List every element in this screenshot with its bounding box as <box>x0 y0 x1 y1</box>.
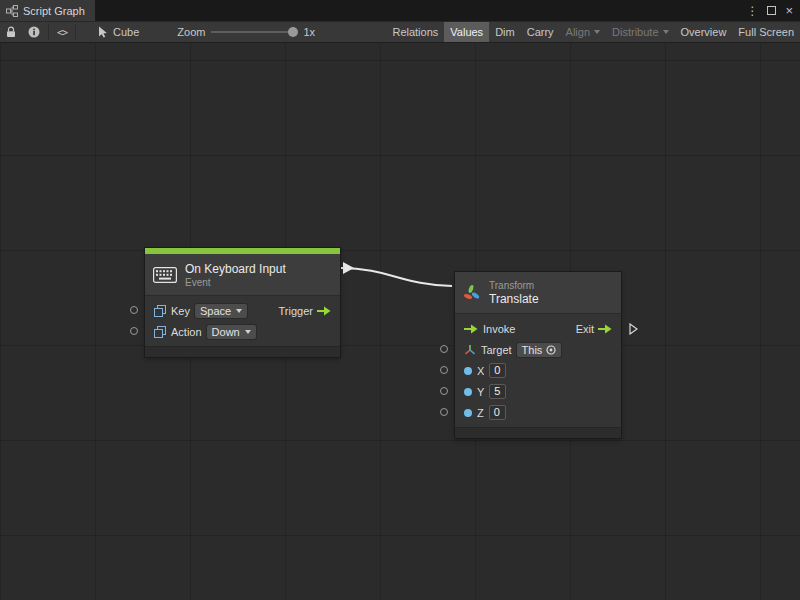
node-on-keyboard-input[interactable]: On Keyboard Input Event Key Space Trigge… <box>145 248 340 357</box>
graph-target[interactable]: Cube <box>92 22 145 42</box>
distribute-label: Distribute <box>612 26 658 38</box>
row-target: Target This <box>455 339 621 360</box>
dim-label: Dim <box>495 26 515 38</box>
relations-label: Relations <box>392 26 438 38</box>
row-invoke-exit: Invoke Exit <box>455 318 621 339</box>
action-dropdown[interactable]: Down <box>207 325 256 339</box>
y-value-field[interactable]: 5 <box>489 384 506 399</box>
z-label: Z <box>477 407 484 419</box>
transform-icon <box>463 284 481 302</box>
distribute-dropdown[interactable]: Distribute <box>606 22 674 42</box>
key-dropdown[interactable]: Space <box>195 304 247 318</box>
input-port-x[interactable] <box>440 366 448 374</box>
align-dropdown[interactable]: Align <box>560 22 606 42</box>
flow-arrow-icon[interactable] <box>598 324 612 334</box>
tab-script-graph[interactable]: Script Graph <box>0 0 95 21</box>
value-port-icon <box>464 367 472 375</box>
node-body: Invoke Exit T <box>455 314 621 427</box>
input-port-z[interactable] <box>440 408 448 416</box>
node-footer <box>455 427 621 438</box>
node-translate[interactable]: Transform Translate Invoke Exit <box>455 272 621 438</box>
keyboard-icon <box>153 267 177 283</box>
window-menu-icon[interactable]: ⋮ <box>746 5 758 17</box>
x-value-field[interactable]: 0 <box>489 363 506 378</box>
full-screen-button[interactable]: Full Screen <box>732 22 800 42</box>
cursor-icon <box>98 26 108 38</box>
values-toggle[interactable]: Values <box>444 22 489 42</box>
target-label: Target <box>481 344 512 356</box>
window-tab-bar: Script Graph ⋮ × <box>0 0 800 21</box>
zoom-value: 1x <box>303 26 315 38</box>
row-key: Key Space Trigger <box>145 300 340 321</box>
x-label: X <box>477 365 484 377</box>
overview-button[interactable]: Overview <box>675 22 733 42</box>
zoom-slider[interactable] <box>211 31 297 33</box>
lock-icon <box>6 26 16 38</box>
wire-trigger-to-invoke[interactable] <box>341 268 452 286</box>
flow-arrow-icon[interactable] <box>317 306 331 316</box>
exit-label: Exit <box>576 323 594 335</box>
script-graph-icon <box>6 5 18 17</box>
close-icon[interactable]: × <box>785 4 793 17</box>
input-port-y[interactable] <box>440 387 448 395</box>
invoke-label: Invoke <box>483 323 515 335</box>
lock-button[interactable] <box>0 22 22 42</box>
row-z: Z 0 <box>455 402 621 423</box>
target-object-chip[interactable]: This <box>517 343 562 357</box>
row-y: Y 5 <box>455 381 621 402</box>
overview-label: Overview <box>681 26 727 38</box>
node-title: On Keyboard Input <box>185 262 286 276</box>
tab-bar-spacer <box>95 0 740 21</box>
values-label: Values <box>450 26 483 38</box>
key-dropdown-value: Space <box>200 305 231 317</box>
trigger-label: Trigger <box>279 305 313 317</box>
graph-canvas[interactable]: On Keyboard Input Event Key Space Trigge… <box>0 43 800 600</box>
node-footer <box>145 346 340 357</box>
connections-layer <box>0 43 800 600</box>
wire-direction-arrow <box>343 262 354 274</box>
inspect-button[interactable] <box>22 22 46 42</box>
full-screen-label: Full Screen <box>738 26 794 38</box>
value-port-icon <box>464 388 472 396</box>
row-x: X 0 <box>455 360 621 381</box>
key-label: Key <box>171 305 190 317</box>
graph-toolbar: <> Cube Zoom 1x Relations Values Dim Car… <box>0 21 800 43</box>
node-title: Translate <box>489 292 539 306</box>
input-port-key[interactable] <box>130 306 138 314</box>
relations-toggle[interactable]: Relations <box>386 22 444 42</box>
input-port-action[interactable] <box>130 327 138 335</box>
toolbar-separator <box>75 24 76 40</box>
toolbar-separator <box>48 24 49 40</box>
node-header[interactable]: On Keyboard Input Event <box>145 254 340 296</box>
info-icon <box>28 26 40 38</box>
value-port-icon <box>464 409 472 417</box>
node-header[interactable]: Transform Translate <box>455 272 621 314</box>
z-value-field[interactable]: 0 <box>489 405 506 420</box>
scene-object-icon <box>546 345 556 355</box>
target-object-label: Cube <box>113 26 139 38</box>
dim-toggle[interactable]: Dim <box>489 22 521 42</box>
y-label: Y <box>477 386 484 398</box>
flow-arrow-icon[interactable] <box>464 324 478 334</box>
input-port-target[interactable] <box>440 345 448 353</box>
carry-toggle[interactable]: Carry <box>521 22 560 42</box>
row-action: Action Down <box>145 321 340 342</box>
axis-gizmo-icon <box>464 344 476 356</box>
carry-label: Carry <box>527 26 554 38</box>
code-icon: <> <box>57 27 67 38</box>
node-subtitle: Event <box>185 277 286 288</box>
chevron-down-icon <box>594 30 600 34</box>
zoom-slider-handle[interactable] <box>288 27 298 37</box>
maximize-icon[interactable] <box>767 6 776 15</box>
edit-script-button[interactable]: <> <box>51 22 73 42</box>
align-label: Align <box>566 26 590 38</box>
action-label: Action <box>171 326 202 338</box>
node-body: Key Space Trigger <box>145 296 340 346</box>
chevron-down-icon <box>663 30 669 34</box>
action-dropdown-value: Down <box>212 326 240 338</box>
variable-icon <box>154 326 166 338</box>
target-object-value: This <box>522 344 543 356</box>
tab-title: Script Graph <box>23 5 85 17</box>
chevron-down-icon <box>236 309 242 313</box>
exit-flow-triangle-icon[interactable] <box>629 323 638 335</box>
